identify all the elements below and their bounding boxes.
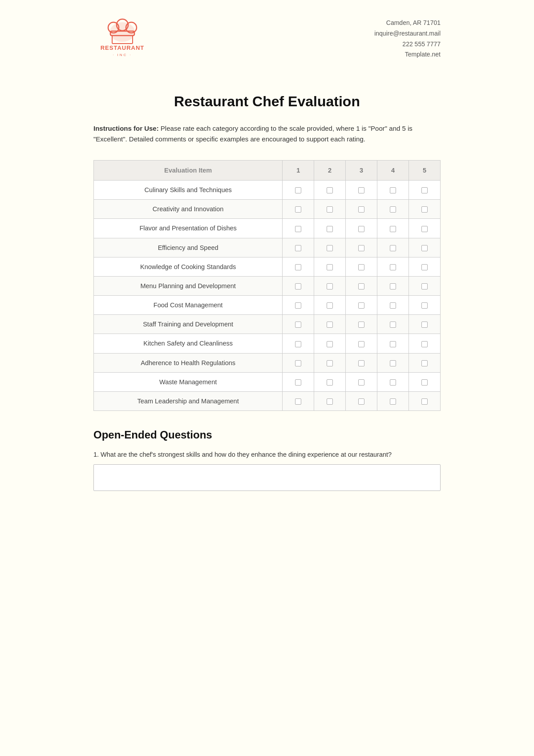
checkbox-11-3[interactable] — [358, 379, 364, 386]
checkbox-cell-12-5[interactable] — [409, 391, 441, 410]
checkbox-5-4[interactable] — [390, 264, 396, 270]
checkbox-cell-8-4[interactable] — [377, 315, 409, 334]
checkbox-4-3[interactable] — [358, 245, 364, 251]
checkbox-cell-6-1[interactable] — [283, 276, 314, 295]
checkbox-10-3[interactable] — [358, 360, 364, 366]
checkbox-1-1[interactable] — [295, 187, 301, 193]
checkbox-12-1[interactable] — [295, 398, 301, 405]
checkbox-cell-5-5[interactable] — [409, 257, 441, 276]
checkbox-cell-12-3[interactable] — [346, 391, 377, 410]
checkbox-1-3[interactable] — [358, 187, 364, 193]
checkbox-7-4[interactable] — [390, 302, 396, 309]
checkbox-cell-6-4[interactable] — [377, 276, 409, 295]
checkbox-3-2[interactable] — [327, 226, 333, 232]
answer-box-1[interactable] — [93, 464, 441, 491]
checkbox-cell-7-5[interactable] — [409, 296, 441, 315]
checkbox-cell-11-1[interactable] — [283, 372, 314, 391]
checkbox-cell-4-1[interactable] — [283, 238, 314, 257]
checkbox-3-3[interactable] — [358, 226, 364, 232]
checkbox-cell-11-3[interactable] — [346, 372, 377, 391]
checkbox-10-4[interactable] — [390, 360, 396, 366]
checkbox-cell-12-2[interactable] — [314, 391, 346, 410]
checkbox-cell-9-3[interactable] — [346, 334, 377, 353]
checkbox-4-2[interactable] — [327, 245, 333, 251]
checkbox-4-1[interactable] — [295, 245, 301, 251]
checkbox-5-1[interactable] — [295, 264, 301, 270]
checkbox-cell-10-4[interactable] — [377, 353, 409, 372]
checkbox-7-3[interactable] — [358, 302, 364, 309]
checkbox-cell-8-3[interactable] — [346, 315, 377, 334]
checkbox-cell-1-4[interactable] — [377, 181, 409, 200]
checkbox-12-5[interactable] — [421, 398, 428, 405]
checkbox-cell-4-4[interactable] — [377, 238, 409, 257]
checkbox-cell-5-1[interactable] — [283, 257, 314, 276]
checkbox-11-1[interactable] — [295, 379, 301, 386]
checkbox-cell-5-3[interactable] — [346, 257, 377, 276]
checkbox-cell-7-2[interactable] — [314, 296, 346, 315]
checkbox-7-1[interactable] — [295, 302, 301, 309]
checkbox-11-2[interactable] — [327, 379, 333, 386]
checkbox-10-1[interactable] — [295, 360, 301, 366]
checkbox-9-4[interactable] — [390, 341, 396, 347]
checkbox-cell-12-4[interactable] — [377, 391, 409, 410]
checkbox-cell-10-2[interactable] — [314, 353, 346, 372]
checkbox-cell-1-3[interactable] — [346, 181, 377, 200]
checkbox-cell-3-3[interactable] — [346, 219, 377, 238]
checkbox-9-2[interactable] — [327, 341, 333, 347]
checkbox-12-3[interactable] — [358, 398, 364, 405]
checkbox-cell-3-5[interactable] — [409, 219, 441, 238]
checkbox-cell-10-5[interactable] — [409, 353, 441, 372]
checkbox-cell-2-2[interactable] — [314, 200, 346, 219]
checkbox-cell-6-3[interactable] — [346, 276, 377, 295]
checkbox-cell-6-2[interactable] — [314, 276, 346, 295]
checkbox-cell-2-5[interactable] — [409, 200, 441, 219]
checkbox-8-2[interactable] — [327, 322, 333, 328]
checkbox-10-2[interactable] — [327, 360, 333, 366]
checkbox-cell-7-4[interactable] — [377, 296, 409, 315]
checkbox-11-5[interactable] — [421, 379, 428, 386]
checkbox-2-5[interactable] — [421, 206, 428, 213]
checkbox-cell-6-5[interactable] — [409, 276, 441, 295]
checkbox-2-4[interactable] — [390, 206, 396, 213]
checkbox-1-5[interactable] — [421, 187, 428, 193]
checkbox-5-3[interactable] — [358, 264, 364, 270]
checkbox-2-3[interactable] — [358, 206, 364, 213]
checkbox-7-2[interactable] — [327, 302, 333, 309]
checkbox-9-3[interactable] — [358, 341, 364, 347]
checkbox-cell-2-3[interactable] — [346, 200, 377, 219]
checkbox-3-5[interactable] — [421, 226, 428, 232]
checkbox-cell-11-5[interactable] — [409, 372, 441, 391]
checkbox-3-1[interactable] — [295, 226, 301, 232]
checkbox-8-1[interactable] — [295, 322, 301, 328]
checkbox-10-5[interactable] — [421, 360, 428, 366]
checkbox-6-4[interactable] — [390, 283, 396, 290]
checkbox-1-2[interactable] — [327, 187, 333, 193]
checkbox-8-4[interactable] — [390, 322, 396, 328]
checkbox-5-5[interactable] — [421, 264, 428, 270]
checkbox-cell-3-1[interactable] — [283, 219, 314, 238]
checkbox-3-4[interactable] — [390, 226, 396, 232]
checkbox-cell-5-2[interactable] — [314, 257, 346, 276]
checkbox-6-5[interactable] — [421, 283, 428, 290]
checkbox-cell-2-4[interactable] — [377, 200, 409, 219]
checkbox-cell-11-4[interactable] — [377, 372, 409, 391]
checkbox-12-4[interactable] — [390, 398, 396, 405]
checkbox-cell-1-2[interactable] — [314, 181, 346, 200]
checkbox-cell-8-5[interactable] — [409, 315, 441, 334]
checkbox-cell-10-1[interactable] — [283, 353, 314, 372]
checkbox-cell-1-1[interactable] — [283, 181, 314, 200]
checkbox-cell-9-4[interactable] — [377, 334, 409, 353]
checkbox-cell-4-3[interactable] — [346, 238, 377, 257]
checkbox-5-2[interactable] — [327, 264, 333, 270]
checkbox-cell-2-1[interactable] — [283, 200, 314, 219]
checkbox-cell-4-2[interactable] — [314, 238, 346, 257]
checkbox-cell-4-5[interactable] — [409, 238, 441, 257]
checkbox-cell-3-4[interactable] — [377, 219, 409, 238]
checkbox-cell-8-1[interactable] — [283, 315, 314, 334]
checkbox-7-5[interactable] — [421, 302, 428, 309]
checkbox-cell-7-1[interactable] — [283, 296, 314, 315]
checkbox-1-4[interactable] — [390, 187, 396, 193]
checkbox-cell-7-3[interactable] — [346, 296, 377, 315]
checkbox-cell-9-1[interactable] — [283, 334, 314, 353]
checkbox-6-2[interactable] — [327, 283, 333, 290]
